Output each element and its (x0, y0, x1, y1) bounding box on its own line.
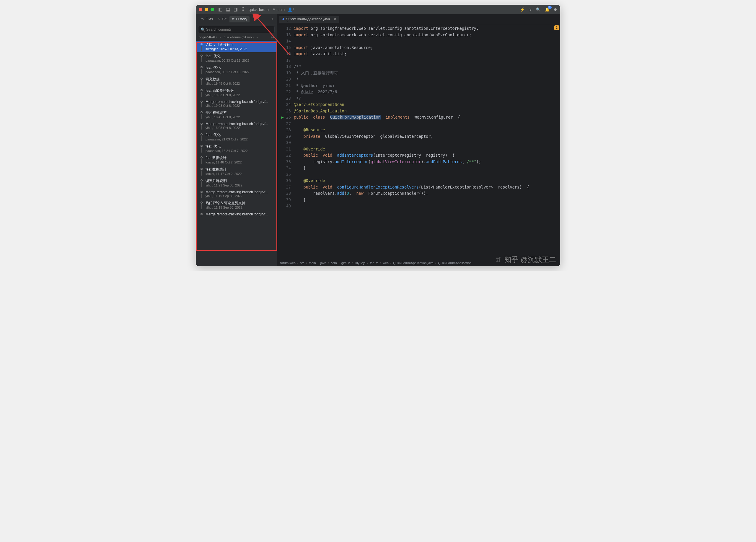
window-controls[interactable] (199, 8, 214, 11)
breadcrumb-segment[interactable]: QuickForumApplication (438, 261, 472, 265)
code-area[interactable]: 1 import org.springframework.web.servlet… (294, 24, 560, 259)
titlebar-layout-icons[interactable]: ◧ ⬓ ◨ ⠿ (218, 7, 245, 12)
right-panel-icon[interactable]: ◨ (234, 7, 238, 12)
breadcrumb-segment[interactable]: main (309, 261, 316, 265)
commit-item[interactable]: feat: 优化paaaaaan, 16:24 Oct 7, 2022 (196, 143, 277, 154)
project-name[interactable]: quick-forum (249, 7, 269, 12)
commit-list: 入口，可直接运行itwanger, 20:57 Oct 13, 2022 fea… (196, 41, 277, 266)
java-icon: J (282, 17, 284, 21)
search-icon[interactable]: 🔍 (536, 7, 541, 12)
left-panel-icon[interactable]: ◧ (218, 7, 222, 12)
breadcrumb-segment[interactable]: com (331, 261, 337, 265)
commit-item[interactable]: Merge remote-tracking branch 'origin/f..… (196, 211, 277, 218)
breadcrumb-segment[interactable]: forum-web (280, 261, 296, 265)
breadcrumb-segment[interactable]: java (320, 261, 326, 265)
folder-icon: 🗀 (201, 17, 204, 21)
close-icon[interactable]: ✕ (333, 17, 336, 21)
bolt-icon[interactable]: ⚡ (520, 7, 525, 12)
editor-body[interactable]: 1213141516171819202122232425▶ 2627282930… (277, 24, 560, 259)
commit-item[interactable]: Merge remote-tracking branch 'origin/f..… (196, 98, 277, 109)
gear-icon[interactable]: ⚙ (554, 7, 557, 12)
history-icon: ⟳ (232, 17, 235, 21)
commit-item[interactable]: 填充数据yihui, 19:49 Oct 8, 2022 (196, 75, 277, 87)
titlebar: ◧ ⬓ ◨ ⠿ quick-forum ⑂ main 👤⁺ ⚡ ▷ 🔍 🔔2 ⚙ (196, 5, 560, 14)
branch-label: main (276, 7, 285, 12)
breadcrumb-segment[interactable]: github (341, 261, 350, 265)
filter-branch: origin/HEAD (199, 35, 217, 39)
editor-tab-label: QuickForumApplication.java (286, 17, 330, 21)
commit-item[interactable]: feat:数据统计louzai, 11:47 Oct 2, 2022 (196, 166, 277, 177)
notification-icon[interactable]: 🔔2 (545, 7, 550, 12)
breadcrumb-segment[interactable]: QuickForumApplication.java (393, 261, 434, 265)
tab-history[interactable]: ⟳History (229, 16, 250, 22)
commit-item[interactable]: feat: 优化paaaaaan, 00:17 Oct 13, 2022 (196, 64, 277, 75)
breadcrumb-segment[interactable]: liuyueyi (355, 261, 366, 265)
commit-item[interactable]: Merge remote-tracking branch 'origin/f..… (196, 120, 277, 131)
breadcrumb-segment[interactable]: src (300, 261, 304, 265)
commit-item[interactable]: 专栏样式调整yihui, 18:45 Oct 8, 2022 (196, 109, 277, 120)
sidebar-tabs: 🗀Files ⑂Git ⟳History ＋ (196, 14, 277, 24)
grid-icon[interactable]: ⠿ (241, 7, 245, 12)
warning-badge[interactable]: 1 (554, 25, 559, 30)
commit-item[interactable]: feat: 优化paaaaaan, 00:33 Oct 13, 2022 (196, 52, 277, 64)
breadcrumb-segment[interactable]: forum (370, 261, 378, 265)
commit-item[interactable]: feat: 优化paaaaaan, 21:03 Oct 7, 2022 (196, 131, 277, 143)
line-gutter: 1213141516171819202122232425▶ 2627282930… (277, 24, 294, 259)
search-icon: 🔍 (201, 27, 205, 32)
run-icon[interactable]: ▷ (529, 7, 532, 12)
search-input[interactable] (198, 26, 275, 33)
tab-files[interactable]: 🗀Files (198, 16, 215, 22)
branch-selector[interactable]: ⑂ main (273, 7, 285, 12)
git-icon: ⑂ (218, 17, 220, 21)
commit-item[interactable]: 热门评论 & 评论点赞支持yihui, 11:19 Sep 30, 2022 (196, 199, 277, 211)
commit-item[interactable]: feat:添加专栏数据yihui, 19:33 Oct 8, 2022 (196, 87, 277, 98)
notif-badge: 2 (548, 6, 552, 9)
sidebar: 🗀Files ⑂Git ⟳History ＋ 🔍 origin/HEAD⌄ qu… (196, 14, 277, 266)
bottom-panel-icon[interactable]: ⬓ (226, 7, 230, 12)
editor-tab[interactable]: J QuickForumApplication.java ✕ (279, 16, 339, 23)
commit-item[interactable]: Merge remote-tracking branch 'origin/f..… (196, 189, 277, 199)
editor: J QuickForumApplication.java ✕ 121314151… (277, 14, 560, 266)
tab-git[interactable]: ⑂Git (216, 16, 229, 22)
ide-window: ◧ ⬓ ◨ ⠿ quick-forum ⑂ main 👤⁺ ⚡ ▷ 🔍 🔔2 ⚙… (196, 5, 560, 266)
editor-tabs: J QuickForumApplication.java ✕ (277, 14, 560, 24)
history-filter-row[interactable]: origin/HEAD⌄ quick-forum (git root)⌄ all (196, 35, 277, 41)
breadcrumb-segment[interactable]: web (383, 261, 389, 265)
branch-icon: ⑂ (273, 7, 275, 12)
commit-item[interactable]: feat:数据统计louzai, 11:48 Oct 2, 2022 (196, 154, 277, 166)
add-tab-icon[interactable]: ＋ (270, 16, 275, 22)
add-user-icon[interactable]: 👤⁺ (288, 7, 294, 12)
commit-item[interactable]: 入口，可直接运行itwanger, 20:57 Oct 13, 2022 (196, 41, 277, 52)
commit-item[interactable]: 调整注释说明yihui, 11:21 Sep 30, 2022 (196, 177, 277, 189)
watermark: 知乎 @沉默王二 (495, 255, 556, 265)
filter-scope: quick-forum (git root) (224, 35, 254, 39)
filter-all: all (271, 35, 274, 39)
